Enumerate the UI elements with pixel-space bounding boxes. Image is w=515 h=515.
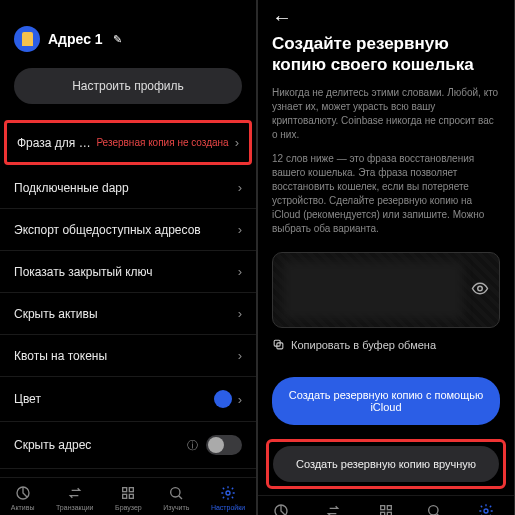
svg-point-5 — [171, 488, 180, 497]
back-button[interactable]: ← — [258, 0, 514, 29]
settings-screen: Адрес 1 ✎ Настроить профиль Фраза для во… — [0, 0, 256, 515]
pie-icon — [272, 502, 290, 516]
row-hide-address[interactable]: Скрыть адрес ⓘ — [0, 422, 256, 469]
status-bar — [0, 0, 256, 18]
edit-icon[interactable]: ✎ — [113, 33, 122, 46]
row-label: Квоты на токены — [14, 349, 238, 363]
tab-label: Браузер — [115, 504, 142, 511]
backup-manual-button[interactable]: Создать резервную копию вручную — [273, 446, 499, 482]
chevron-right-icon: › — [238, 348, 242, 363]
header: Адрес 1 ✎ — [0, 18, 256, 60]
row-color[interactable]: Цвет › — [0, 377, 256, 422]
avatar[interactable] — [14, 26, 40, 52]
row-hide-assets[interactable]: Скрыть активы › — [0, 293, 256, 335]
row-export-addresses[interactable]: Экспорт общедоступных адресов › — [0, 209, 256, 251]
svg-rect-11 — [381, 505, 385, 509]
tab-transactions[interactable]: Транзакции — [56, 484, 94, 511]
chevron-right-icon: › — [238, 392, 242, 407]
tab-label: Активы — [11, 504, 35, 511]
chevron-right-icon: › — [238, 222, 242, 237]
grid-icon — [119, 484, 137, 502]
gear-icon — [477, 502, 495, 516]
tab-bar: Активы Транзакции Браузер Изучить Настро… — [0, 477, 256, 515]
row-label: Фраза для восстано... — [17, 136, 96, 150]
row-label: Скрыть активы — [14, 307, 238, 321]
grid-icon — [377, 502, 395, 516]
chevron-right-icon: › — [238, 306, 242, 321]
tab-browser[interactable]: Браузер — [373, 502, 400, 516]
eye-icon[interactable] — [471, 279, 489, 300]
svg-point-7 — [478, 286, 483, 291]
swap-icon — [324, 502, 342, 516]
tab-transactions[interactable]: Транзакции — [314, 502, 352, 516]
chevron-right-icon: › — [235, 135, 239, 150]
tab-settings[interactable]: Настройки — [211, 484, 245, 511]
info-icon[interactable]: ⓘ — [187, 438, 198, 453]
search-icon — [425, 502, 443, 516]
svg-rect-4 — [130, 494, 134, 498]
copy-icon — [272, 338, 285, 353]
copy-to-clipboard[interactable]: Копировать в буфер обмена — [258, 338, 514, 369]
wallet-title: Адрес 1 — [48, 31, 103, 47]
backup-icloud-button[interactable]: Создать резервную копию с помощью iCloud — [272, 377, 500, 425]
settings-list: Фраза для восстано... Резервная копия не… — [0, 118, 256, 477]
chevron-right-icon: › — [238, 180, 242, 195]
tab-label: Изучить — [163, 504, 189, 511]
tab-explore[interactable]: Изучить — [163, 484, 189, 511]
instructions-text: 12 слов ниже — это фраза восстановления … — [258, 152, 514, 246]
tab-assets[interactable]: Активы — [11, 484, 35, 511]
row-label: Скрыть адрес — [14, 438, 187, 452]
svg-point-15 — [429, 505, 438, 514]
row-label: Показать закрытый ключ — [14, 265, 238, 279]
row-show-private-key[interactable]: Показать закрытый ключ › — [0, 251, 256, 293]
tab-label: Транзакции — [56, 504, 94, 511]
highlight-box: Создать резервную копию вручную — [266, 439, 506, 489]
row-label: Цвет — [14, 392, 214, 406]
chevron-right-icon: › — [238, 264, 242, 279]
copy-label: Копировать в буфер обмена — [291, 339, 436, 351]
svg-point-6 — [226, 491, 230, 495]
row-token-quotas[interactable]: Квоты на токены › — [0, 335, 256, 377]
row-connected-dapp[interactable]: Подключенные dapp › — [0, 167, 256, 209]
row-recovery-phrase[interactable]: Фраза для восстано... Резервная копия не… — [4, 120, 252, 165]
tab-explore[interactable]: Изучить — [421, 502, 447, 516]
svg-point-16 — [484, 509, 488, 513]
svg-rect-1 — [123, 488, 127, 492]
gear-icon — [219, 484, 237, 502]
tab-browser[interactable]: Браузер — [115, 484, 142, 511]
page-title: Создайте резервную копию своего кошелька — [258, 29, 514, 86]
svg-rect-2 — [130, 488, 134, 492]
blurred-seed — [283, 261, 463, 319]
row-label: Экспорт общедоступных адресов — [14, 223, 238, 237]
row-label: Подключенные dapp — [14, 181, 238, 195]
tab-assets[interactable]: Активы — [269, 502, 293, 516]
color-swatch — [214, 390, 232, 408]
search-icon — [167, 484, 185, 502]
tab-bar: Активы Транзакции Браузер Изучить Настро… — [258, 495, 514, 516]
tab-settings[interactable]: Настройки — [469, 502, 503, 516]
backup-screen: ← Создайте резервную копию своего кошель… — [258, 0, 514, 515]
setup-profile-button[interactable]: Настроить профиль — [14, 68, 242, 104]
svg-rect-3 — [123, 494, 127, 498]
backup-status: Резервная копия не создана — [96, 137, 228, 148]
warning-text: Никогда не делитесь этими словами. Любой… — [258, 86, 514, 152]
tab-label: Настройки — [211, 504, 245, 511]
swap-icon — [66, 484, 84, 502]
svg-rect-12 — [388, 505, 392, 509]
seed-phrase-box[interactable] — [272, 252, 500, 328]
pie-icon — [14, 484, 32, 502]
hide-address-toggle[interactable] — [206, 435, 242, 455]
